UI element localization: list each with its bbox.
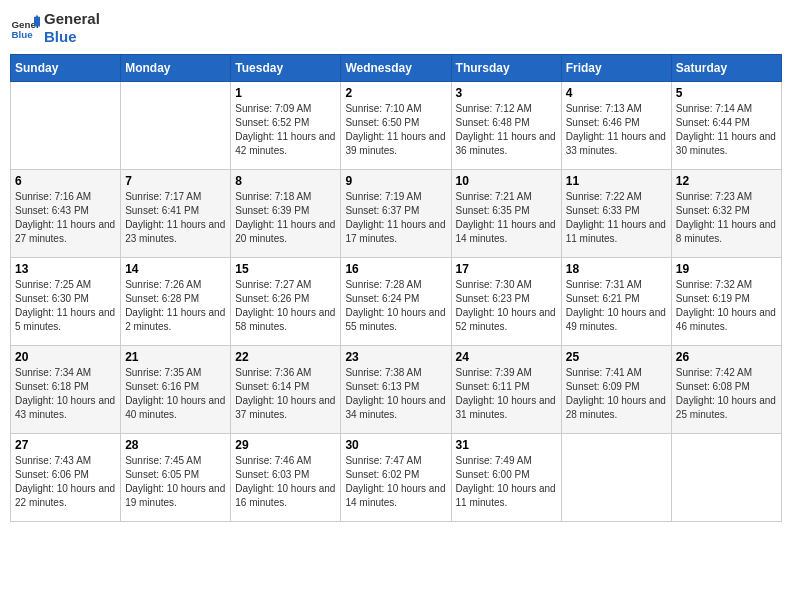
day-number: 21 [125,350,226,364]
day-info: Sunrise: 7:23 AM Sunset: 6:32 PM Dayligh… [676,190,777,246]
day-info: Sunrise: 7:28 AM Sunset: 6:24 PM Dayligh… [345,278,446,334]
day-number: 19 [676,262,777,276]
day-number: 25 [566,350,667,364]
svg-text:Blue: Blue [12,29,34,40]
calendar-day-cell: 19Sunrise: 7:32 AM Sunset: 6:19 PM Dayli… [671,258,781,346]
day-number: 27 [15,438,116,452]
day-info: Sunrise: 7:42 AM Sunset: 6:08 PM Dayligh… [676,366,777,422]
day-number: 3 [456,86,557,100]
day-number: 24 [456,350,557,364]
calendar-day-cell [561,434,671,522]
day-number: 29 [235,438,336,452]
calendar-day-cell: 23Sunrise: 7:38 AM Sunset: 6:13 PM Dayli… [341,346,451,434]
day-info: Sunrise: 7:46 AM Sunset: 6:03 PM Dayligh… [235,454,336,510]
calendar-day-cell: 11Sunrise: 7:22 AM Sunset: 6:33 PM Dayli… [561,170,671,258]
day-number: 7 [125,174,226,188]
calendar-day-cell: 15Sunrise: 7:27 AM Sunset: 6:26 PM Dayli… [231,258,341,346]
calendar-day-cell: 4Sunrise: 7:13 AM Sunset: 6:46 PM Daylig… [561,82,671,170]
calendar-header-row: SundayMondayTuesdayWednesdayThursdayFrid… [11,55,782,82]
calendar-week-row: 27Sunrise: 7:43 AM Sunset: 6:06 PM Dayli… [11,434,782,522]
day-number: 30 [345,438,446,452]
calendar-day-cell: 21Sunrise: 7:35 AM Sunset: 6:16 PM Dayli… [121,346,231,434]
calendar-day-cell: 20Sunrise: 7:34 AM Sunset: 6:18 PM Dayli… [11,346,121,434]
calendar-day-header: Wednesday [341,55,451,82]
day-info: Sunrise: 7:09 AM Sunset: 6:52 PM Dayligh… [235,102,336,158]
calendar-day-header: Friday [561,55,671,82]
day-info: Sunrise: 7:13 AM Sunset: 6:46 PM Dayligh… [566,102,667,158]
calendar-day-cell [11,82,121,170]
calendar-day-cell: 6Sunrise: 7:16 AM Sunset: 6:43 PM Daylig… [11,170,121,258]
day-info: Sunrise: 7:12 AM Sunset: 6:48 PM Dayligh… [456,102,557,158]
day-number: 14 [125,262,226,276]
calendar-day-cell: 5Sunrise: 7:14 AM Sunset: 6:44 PM Daylig… [671,82,781,170]
logo-icon: General Blue [10,13,40,43]
day-number: 26 [676,350,777,364]
day-info: Sunrise: 7:39 AM Sunset: 6:11 PM Dayligh… [456,366,557,422]
calendar-day-cell: 24Sunrise: 7:39 AM Sunset: 6:11 PM Dayli… [451,346,561,434]
calendar-day-cell: 14Sunrise: 7:26 AM Sunset: 6:28 PM Dayli… [121,258,231,346]
calendar-day-cell: 22Sunrise: 7:36 AM Sunset: 6:14 PM Dayli… [231,346,341,434]
calendar-day-cell: 12Sunrise: 7:23 AM Sunset: 6:32 PM Dayli… [671,170,781,258]
day-info: Sunrise: 7:35 AM Sunset: 6:16 PM Dayligh… [125,366,226,422]
day-number: 31 [456,438,557,452]
calendar-day-cell: 10Sunrise: 7:21 AM Sunset: 6:35 PM Dayli… [451,170,561,258]
day-number: 6 [15,174,116,188]
calendar-day-cell: 17Sunrise: 7:30 AM Sunset: 6:23 PM Dayli… [451,258,561,346]
day-info: Sunrise: 7:27 AM Sunset: 6:26 PM Dayligh… [235,278,336,334]
logo: General Blue General Blue [10,10,100,46]
day-number: 15 [235,262,336,276]
day-info: Sunrise: 7:30 AM Sunset: 6:23 PM Dayligh… [456,278,557,334]
day-info: Sunrise: 7:31 AM Sunset: 6:21 PM Dayligh… [566,278,667,334]
day-number: 1 [235,86,336,100]
calendar-day-cell: 18Sunrise: 7:31 AM Sunset: 6:21 PM Dayli… [561,258,671,346]
calendar-day-cell: 26Sunrise: 7:42 AM Sunset: 6:08 PM Dayli… [671,346,781,434]
day-info: Sunrise: 7:25 AM Sunset: 6:30 PM Dayligh… [15,278,116,334]
calendar-day-cell: 9Sunrise: 7:19 AM Sunset: 6:37 PM Daylig… [341,170,451,258]
calendar-week-row: 6Sunrise: 7:16 AM Sunset: 6:43 PM Daylig… [11,170,782,258]
day-number: 28 [125,438,226,452]
day-number: 2 [345,86,446,100]
day-info: Sunrise: 7:47 AM Sunset: 6:02 PM Dayligh… [345,454,446,510]
day-info: Sunrise: 7:36 AM Sunset: 6:14 PM Dayligh… [235,366,336,422]
day-number: 8 [235,174,336,188]
day-info: Sunrise: 7:26 AM Sunset: 6:28 PM Dayligh… [125,278,226,334]
logo-general: General [44,10,100,28]
calendar-week-row: 13Sunrise: 7:25 AM Sunset: 6:30 PM Dayli… [11,258,782,346]
day-number: 18 [566,262,667,276]
day-number: 9 [345,174,446,188]
day-number: 16 [345,262,446,276]
day-info: Sunrise: 7:17 AM Sunset: 6:41 PM Dayligh… [125,190,226,246]
calendar-day-cell: 28Sunrise: 7:45 AM Sunset: 6:05 PM Dayli… [121,434,231,522]
day-info: Sunrise: 7:16 AM Sunset: 6:43 PM Dayligh… [15,190,116,246]
calendar-day-cell: 25Sunrise: 7:41 AM Sunset: 6:09 PM Dayli… [561,346,671,434]
calendar-day-header: Monday [121,55,231,82]
calendar-day-header: Thursday [451,55,561,82]
day-info: Sunrise: 7:14 AM Sunset: 6:44 PM Dayligh… [676,102,777,158]
day-info: Sunrise: 7:34 AM Sunset: 6:18 PM Dayligh… [15,366,116,422]
calendar-day-cell [671,434,781,522]
day-info: Sunrise: 7:32 AM Sunset: 6:19 PM Dayligh… [676,278,777,334]
day-info: Sunrise: 7:21 AM Sunset: 6:35 PM Dayligh… [456,190,557,246]
calendar-day-cell: 29Sunrise: 7:46 AM Sunset: 6:03 PM Dayli… [231,434,341,522]
logo-blue: Blue [44,28,100,46]
calendar-day-cell: 8Sunrise: 7:18 AM Sunset: 6:39 PM Daylig… [231,170,341,258]
calendar-day-cell: 7Sunrise: 7:17 AM Sunset: 6:41 PM Daylig… [121,170,231,258]
calendar-day-cell: 16Sunrise: 7:28 AM Sunset: 6:24 PM Dayli… [341,258,451,346]
page-header: General Blue General Blue [10,10,782,46]
day-info: Sunrise: 7:22 AM Sunset: 6:33 PM Dayligh… [566,190,667,246]
day-number: 22 [235,350,336,364]
calendar-day-cell: 13Sunrise: 7:25 AM Sunset: 6:30 PM Dayli… [11,258,121,346]
day-info: Sunrise: 7:45 AM Sunset: 6:05 PM Dayligh… [125,454,226,510]
calendar-day-cell: 31Sunrise: 7:49 AM Sunset: 6:00 PM Dayli… [451,434,561,522]
calendar-day-cell: 2Sunrise: 7:10 AM Sunset: 6:50 PM Daylig… [341,82,451,170]
day-info: Sunrise: 7:38 AM Sunset: 6:13 PM Dayligh… [345,366,446,422]
calendar-day-cell [121,82,231,170]
day-number: 4 [566,86,667,100]
calendar-day-cell: 27Sunrise: 7:43 AM Sunset: 6:06 PM Dayli… [11,434,121,522]
calendar-day-cell: 30Sunrise: 7:47 AM Sunset: 6:02 PM Dayli… [341,434,451,522]
calendar-day-header: Sunday [11,55,121,82]
day-number: 23 [345,350,446,364]
calendar-day-header: Tuesday [231,55,341,82]
calendar-day-header: Saturday [671,55,781,82]
calendar-table: SundayMondayTuesdayWednesdayThursdayFrid… [10,54,782,522]
